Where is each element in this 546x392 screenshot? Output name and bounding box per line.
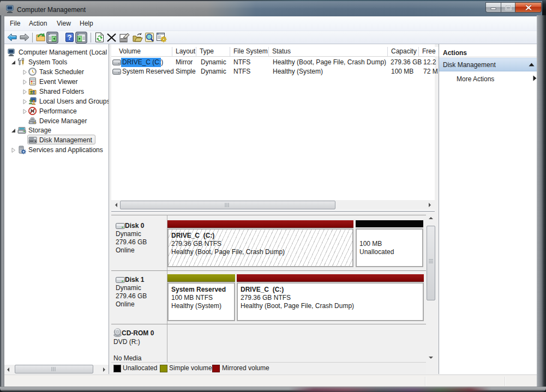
svg-text:?: ? — [68, 33, 72, 41]
